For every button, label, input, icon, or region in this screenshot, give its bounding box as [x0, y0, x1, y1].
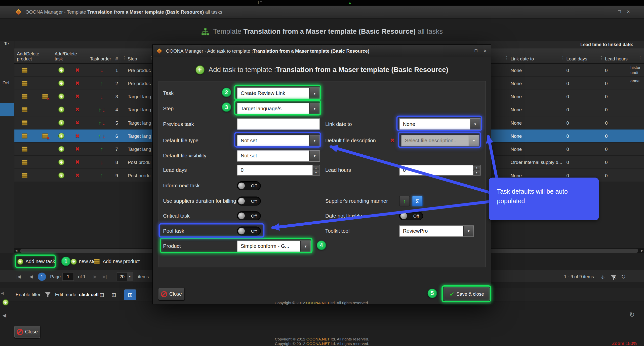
step-cell[interactable]: Target lang	[128, 143, 156, 156]
link-date-to-cell[interactable]: None	[510, 116, 565, 129]
date-not-flexible-toggle[interactable]: Off	[399, 211, 423, 220]
spinner-up-icon[interactable]: ▲	[473, 165, 480, 170]
add-product-icon[interactable]	[21, 81, 28, 86]
column-menu-icon[interactable]: ⋮	[638, 55, 642, 61]
add-product-icon[interactable]	[21, 94, 28, 99]
column-menu-icon[interactable]: ⋮	[122, 55, 127, 61]
rounding-sum-button[interactable]: Σ	[412, 196, 423, 206]
lead-hours-cell[interactable]: 0	[605, 64, 629, 77]
spinner-down-icon[interactable]: ▼	[473, 170, 480, 175]
use-suppliers-toggle[interactable]: Off	[237, 196, 261, 205]
dialog-close-button[interactable]: ×	[481, 45, 489, 57]
step-cell[interactable]: Post produ	[128, 156, 156, 169]
dropdown-arrow-icon[interactable]: ▼	[309, 88, 319, 98]
dialog-close-action-button[interactable]: Close	[158, 288, 184, 300]
edge-back-icon[interactable]: ◀	[3, 313, 6, 318]
minimize-button[interactable]: –	[606, 6, 615, 18]
brand-link[interactable]: OOONA.NET	[306, 341, 330, 346]
default-file-visibility-dropdown[interactable]: Not set ▼	[237, 150, 320, 162]
lead-hours-cell[interactable]: 0	[605, 77, 629, 90]
step-cell[interactable]: Pre produc	[128, 64, 156, 77]
column-header-add-delete-product[interactable]: Add/Delete product	[17, 51, 42, 61]
rounding-up-button[interactable]: ↑	[399, 196, 410, 206]
add-product-icon[interactable]	[21, 159, 28, 165]
close-window-button[interactable]: ×	[624, 6, 633, 18]
main-close-button[interactable]: Close	[14, 326, 40, 338]
page-number-input[interactable]: 1	[62, 272, 74, 281]
link-date-to-cell[interactable]: None	[510, 129, 565, 143]
product-dropdown[interactable]: Simple conform - G... ▼	[237, 240, 311, 252]
move-down-icon[interactable]: ↓	[100, 156, 103, 169]
column-menu-icon[interactable]: ⋮	[599, 55, 604, 61]
add-product-icon[interactable]	[21, 146, 28, 152]
spinner-up-icon[interactable]: ▲	[312, 165, 319, 170]
current-page-badge[interactable]: 1	[38, 272, 46, 281]
order-cell[interactable]: ↑ ↓	[90, 169, 114, 182]
dialog-minimize-button[interactable]: –	[463, 45, 471, 57]
lead-days-cell[interactable]: 0	[566, 156, 591, 169]
lead-hours-cell[interactable]: 0	[605, 129, 629, 143]
lead-days-cell[interactable]: 0	[566, 90, 591, 103]
order-cell[interactable]: ↑ ↓	[90, 116, 114, 129]
add-product-icon[interactable]	[21, 107, 28, 113]
previous-page-icon[interactable]: ◀	[30, 270, 33, 283]
move-down-icon[interactable]: ↓	[100, 90, 103, 103]
delete-task-icon[interactable]: ✖	[75, 116, 80, 129]
add-task-icon[interactable]: +	[58, 93, 64, 99]
step-dropdown[interactable]: Target language/s ▼	[237, 103, 320, 114]
step-cell[interactable]: Target lang	[128, 90, 156, 103]
lead-days-cell[interactable]: 0	[566, 116, 591, 129]
save-and-close-button[interactable]: ✔ Save & close	[444, 287, 490, 300]
add-product-icon[interactable]	[21, 133, 28, 139]
order-cell[interactable]: ↑ ↓	[90, 129, 114, 143]
dropdown-arrow-icon[interactable]: ▼	[309, 151, 319, 161]
dropdown-arrow-icon[interactable]: ▼	[470, 119, 480, 129]
delete-product-icon[interactable]: ✖	[42, 133, 49, 139]
order-cell[interactable]: ↑ ↓	[90, 143, 114, 156]
add-product-icon[interactable]	[21, 67, 28, 73]
delete-task-icon[interactable]: ✖	[75, 103, 80, 116]
step-cell[interactable]: Target lang	[128, 129, 156, 143]
page-size-dropdown[interactable]: 20 ▼	[117, 272, 133, 281]
add-task-icon[interactable]: +	[58, 120, 64, 126]
add-task-icon[interactable]: +	[58, 159, 64, 165]
link-date-to-dropdown[interactable]: None ▼	[399, 118, 480, 130]
step-cell[interactable]: Pre produc	[128, 77, 156, 90]
add-task-icon[interactable]: +	[58, 133, 64, 139]
lead-hours-cell[interactable]: 0	[605, 156, 629, 169]
next-page-icon[interactable]: ▶	[94, 270, 97, 283]
delete-task-icon[interactable]: ✖	[75, 129, 80, 143]
add-new-product-button[interactable]: Add new product	[94, 257, 140, 266]
order-cell[interactable]: ↑ ↓	[90, 156, 114, 169]
order-cell[interactable]: ↑ ↓	[90, 77, 114, 90]
link-date-to-cell[interactable]: None	[510, 64, 565, 77]
critical-task-toggle[interactable]: Off	[237, 211, 261, 220]
add-task-icon[interactable]: +	[58, 107, 64, 113]
lead-hours-cell[interactable]: 0	[605, 143, 629, 156]
previous-task-input[interactable]	[237, 118, 320, 130]
link-date-to-cell[interactable]: None	[510, 90, 565, 103]
dialog-maximize-button[interactable]: □	[472, 45, 480, 57]
dropdown-arrow-icon[interactable]: ▼	[127, 272, 133, 281]
order-cell[interactable]: ↑ ↓	[90, 103, 114, 116]
pool-task-toggle[interactable]: Off	[237, 227, 261, 236]
brand-link[interactable]: OOONA.NET	[306, 337, 330, 341]
lead-days-cell[interactable]: 0	[566, 129, 591, 143]
lead-days-cell[interactable]: 0	[566, 77, 591, 90]
move-up-icon[interactable]: ↑	[100, 169, 103, 182]
move-down-icon[interactable]: ↓	[102, 116, 105, 129]
add-task-icon[interactable]: +	[58, 67, 64, 73]
maximize-button[interactable]: □	[615, 6, 624, 18]
delete-product-icon[interactable]: ✖	[42, 94, 49, 99]
grid-mode-active-button[interactable]: ⊞	[124, 289, 136, 300]
move-up-icon[interactable]: ↑	[100, 143, 103, 156]
edge-refresh-icon[interactable]: ↻	[629, 311, 635, 319]
lead-hours-cell[interactable]: 0	[605, 103, 629, 116]
add-task-icon[interactable]: +	[58, 172, 64, 178]
column-header-link-date-to[interactable]: Link date to	[510, 56, 556, 61]
first-page-icon[interactable]: |◀	[16, 270, 21, 283]
dropdown-arrow-icon[interactable]: ▼	[463, 226, 474, 236]
inform-next-task-toggle[interactable]: Off	[237, 181, 261, 190]
lead-hours-cell[interactable]: 0	[605, 90, 629, 103]
column-header-step[interactable]: Step	[128, 56, 148, 61]
